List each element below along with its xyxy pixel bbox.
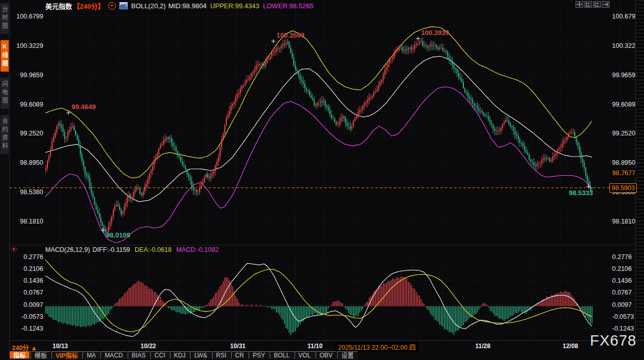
macd-histogram [45, 277, 593, 335]
macd-axis-label-left: 0.0767 [24, 289, 43, 296]
toolbar-button-MA[interactable]: MA [82, 351, 100, 359]
period-label[interactable]: 【240分】 [73, 1, 105, 11]
scale-right-icon[interactable] [593, 1, 601, 8]
date-label: 12/08 [563, 342, 578, 350]
toolbar-button-KDJ[interactable]: KDJ [170, 351, 190, 359]
macd-header: MACD(26,12,9)DIFF:-0.1159DEA:-0.0618MACD… [45, 246, 219, 254]
macd-params: MACD(26,12,9) [45, 246, 90, 254]
macd-axis-label-right: 0.0097 [612, 301, 632, 308]
sidebar-item-1[interactable]: 分时图 [1, 3, 9, 34]
toolbar-button-VOL[interactable]: VOL [294, 351, 315, 359]
boll-lower-line [45, 87, 592, 243]
macd-axis-label-right: 0.0767 [612, 289, 632, 296]
left-sidebar: 分时图K线图闪电图合约资料 [0, 0, 10, 360]
date-label: 10/13 [53, 342, 68, 350]
macd-macd-value: MACD:-0.1082 [176, 246, 219, 254]
y-axis-label-left: 100.3229 [16, 42, 43, 49]
macd-diff-value: DIFF:-0.1159 [93, 246, 130, 254]
toolbar-button-CCI[interactable]: CCI [150, 351, 169, 359]
macd-axis-label-right: 0.2776 [612, 253, 632, 261]
indicator-pane-icon[interactable] [10, 246, 18, 253]
boll-mid-value: MID:98.9804 [168, 2, 206, 10]
chart-canvas[interactable]: 100.6799100.6799100.3229100.322999.96599… [0, 0, 644, 340]
y-axis-label-right: 98.1810 [612, 218, 635, 225]
y-axis-label-left: 99.6089 [20, 101, 43, 108]
date-label: 10/31 [230, 342, 246, 350]
macd-axis-label-right: 0.1436 [612, 277, 632, 284]
extreme-cross-icon [271, 39, 275, 43]
trading-terminal: 100.6799100.6799100.3229100.322999.96599… [0, 0, 644, 360]
macd-axis-label-left: -0.0573 [22, 313, 43, 320]
current-price-tag: 98.5903 [610, 183, 637, 193]
extreme-cross-icon [416, 37, 420, 41]
y-axis-label-right: 98.8950 [612, 159, 635, 166]
chart-nav-buttons [576, 1, 610, 8]
y-axis-label-left: 99.2520 [20, 130, 43, 137]
boll-upper-value: UPPER:99.4343 [210, 2, 259, 10]
toolbar-button-OBV[interactable]: OBV [316, 351, 337, 359]
toolbar-button-BIAS[interactable]: BIAS [128, 351, 150, 359]
watermark: FX678 [590, 332, 636, 349]
macd-axis-label-left: 0.2776 [24, 253, 43, 261]
grid [9, 0, 635, 340]
extreme-price-label: 99.4649 [72, 103, 96, 111]
macd-axis-label-left: 0.1436 [24, 277, 43, 284]
toolbar-button-VIP指标[interactable]: VIP指标 [51, 351, 82, 359]
scale-left-icon[interactable] [584, 1, 592, 8]
symbol-name: 美元指数 [45, 1, 72, 11]
toolbar-button-设置[interactable]: 设置 [337, 351, 358, 359]
sidebar-item-3[interactable]: 闪电图 [1, 78, 9, 109]
y-axis-label-left: 98.8950 [20, 159, 43, 166]
toolbar-button-LW&[interactable]: LW& [190, 351, 211, 359]
macd-axis-label-right: 0.2106 [612, 265, 632, 272]
toolbar-button-模板[interactable]: 模板 [30, 351, 51, 359]
axis-labels: 100.6799100.6799100.3229100.322999.96599… [16, 13, 639, 333]
y-axis-label-left: 100.6799 [16, 13, 43, 20]
y-axis-label-left: 99.9659 [20, 72, 43, 79]
macd-axis-label-right: -0.1243 [612, 325, 634, 332]
macd-dea-value: DEA:-0.0618 [135, 246, 172, 254]
price-markers: 99.4649100.3599100.393998.010998.5333 [66, 29, 593, 239]
goto-latest-icon[interactable] [602, 1, 610, 8]
extreme-price-label: 98.0109 [106, 231, 130, 239]
candles [45, 37, 593, 237]
macd-axis-label-left: 0.2106 [24, 265, 43, 272]
extreme-price-label: 98.5333 [569, 189, 593, 197]
y-axis-label-right: 99.9659 [612, 72, 635, 79]
boll-lower-value: LOWER:98.5265 [263, 2, 314, 10]
red-target-icon [10, 246, 18, 253]
macd-axis-label-left: 0.0097 [24, 301, 43, 308]
boll-indicator-label: BOLL(20,2) [131, 2, 166, 10]
time-axis: 240分 ▲ 10/1310/2210/3111/1011/2812/08 20… [0, 340, 644, 352]
macd-axis-label-right: -0.0573 [612, 313, 634, 320]
date-label: 10/22 [141, 342, 156, 350]
chart-header: 美元指数 【240分】 + BOLL(20,2) MID:98.9804 UPP… [45, 2, 314, 10]
date-label: 11/10 [307, 342, 322, 350]
y-axis-label-right: 99.2520 [612, 130, 635, 137]
toolbar-button-CR[interactable]: CR [231, 351, 248, 359]
toolbar-button-BOLL[interactable]: BOLL [270, 351, 294, 359]
indicator-toolbar: 指标模板VIP指标MAMACDBIASCCIKDJLW&RSICRPSYBOLL… [9, 351, 358, 360]
sidebar-item-2[interactable]: K线图 [1, 40, 9, 72]
macd-axis-label-left: -0.1243 [22, 325, 43, 332]
pan-icon[interactable] [576, 1, 583, 8]
extreme-price-label: 100.3599 [276, 31, 304, 39]
toolbar-button-MACD[interactable]: MACD [100, 351, 127, 359]
add-indicator-icon[interactable]: + [108, 2, 116, 10]
y-axis-label-left: 98.1810 [20, 218, 43, 225]
date-label: 11/28 [475, 342, 490, 350]
toolbar-button-指标[interactable]: 指标 [9, 351, 30, 359]
extreme-price-label: 100.3939 [421, 29, 449, 37]
y-axis-label-left: 98.5380 [20, 188, 43, 196]
bid-price-tag: 98.7677 [611, 169, 637, 177]
chart-type-icon[interactable] [119, 2, 128, 9]
boll-mid-line [45, 56, 592, 201]
toolbar-button-PSY[interactable]: PSY [249, 351, 269, 359]
y-axis-label-right: 99.6089 [612, 101, 635, 108]
sidebar-item-4[interactable]: 合约资料 [1, 115, 9, 154]
toolbar-button-RSI[interactable]: RSI [212, 351, 231, 359]
